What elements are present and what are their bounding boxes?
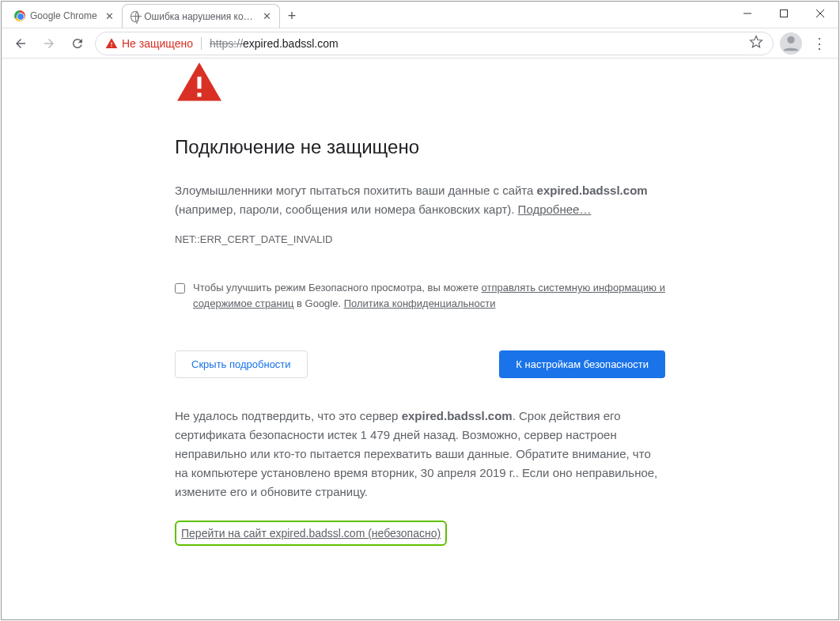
divider xyxy=(201,37,202,50)
svg-rect-5 xyxy=(197,77,201,89)
button-row: Скрыть подробности К настройкам безопасн… xyxy=(175,350,665,378)
error-code: NET::ERR_CERT_DATE_INVALID xyxy=(175,232,665,248)
warning-triangle-icon xyxy=(105,37,118,50)
tab-title: Google Chrome xyxy=(30,10,97,21)
details-paragraph: Не удалось подтвердить, что это сервер e… xyxy=(175,407,665,502)
proceed-highlight: Перейти на сайт expired.badssl.com (небе… xyxy=(175,521,447,546)
tab-privacy-error[interactable]: Ошибка нарушения конфиденц ✕ xyxy=(122,4,280,28)
maximize-button[interactable] xyxy=(766,2,802,25)
close-button[interactable] xyxy=(802,2,838,25)
bookmark-star-icon[interactable] xyxy=(749,35,763,51)
svg-rect-1 xyxy=(781,10,788,17)
tab-google-chrome[interactable]: Google Chrome ✕ xyxy=(6,4,122,28)
url-text: https://expired.badssl.com xyxy=(210,37,339,50)
warning-triangle-icon xyxy=(175,59,665,108)
proceed-unsafe-link[interactable]: Перейти на сайт expired.badssl.com (небе… xyxy=(181,527,441,540)
svg-rect-6 xyxy=(197,93,201,97)
security-label: Не защищено xyxy=(122,37,193,50)
minimize-button[interactable] xyxy=(729,2,766,25)
page-content-scroll[interactable]: Подключение не защищено Злоумышленники м… xyxy=(2,59,838,619)
tab-title: Ошибка нарушения конфиденц xyxy=(144,11,254,22)
back-button[interactable] xyxy=(9,32,32,55)
opt-in-row: Чтобы улучшить режим Безопасного просмот… xyxy=(175,280,665,311)
warning-paragraph: Злоумышленники могут пытаться похитить в… xyxy=(175,181,665,219)
browser-window: Google Chrome ✕ Ошибка нарушения конфиде… xyxy=(1,1,839,620)
globe-icon xyxy=(131,11,140,22)
privacy-policy-link[interactable]: Политика конфиденциальности xyxy=(344,297,496,309)
close-icon[interactable]: ✕ xyxy=(105,10,114,22)
new-tab-button[interactable]: + xyxy=(280,4,305,28)
opt-in-label: Чтобы улучшить режим Безопасного просмот… xyxy=(193,280,665,311)
close-icon[interactable]: ✕ xyxy=(263,10,271,22)
address-bar[interactable]: Не защищено https://expired.badssl.com xyxy=(95,32,774,55)
toolbar: Не защищено https://expired.badssl.com ⋮ xyxy=(2,28,838,59)
svg-point-4 xyxy=(787,36,794,43)
learn-more-link[interactable]: Подробнее… xyxy=(518,203,592,216)
page-heading: Подключение не защищено xyxy=(175,132,665,162)
chrome-icon xyxy=(14,10,25,21)
opt-in-checkbox[interactable] xyxy=(175,282,185,294)
window-controls xyxy=(729,2,838,25)
back-to-safety-button[interactable]: К настройкам безопасности xyxy=(499,350,665,378)
security-indicator[interactable]: Не защищено xyxy=(105,37,193,50)
hide-details-button[interactable]: Скрыть подробности xyxy=(175,350,308,378)
forward-button[interactable] xyxy=(38,32,60,55)
menu-button[interactable]: ⋮ xyxy=(808,32,831,55)
profile-avatar[interactable] xyxy=(780,32,802,55)
tab-strip: Google Chrome ✕ Ошибка нарушения конфиде… xyxy=(2,2,304,28)
titlebar: Google Chrome ✕ Ошибка нарушения конфиде… xyxy=(2,2,838,28)
reload-button[interactable] xyxy=(66,32,89,55)
security-interstitial: Подключение не защищено Злоумышленники м… xyxy=(175,59,665,619)
